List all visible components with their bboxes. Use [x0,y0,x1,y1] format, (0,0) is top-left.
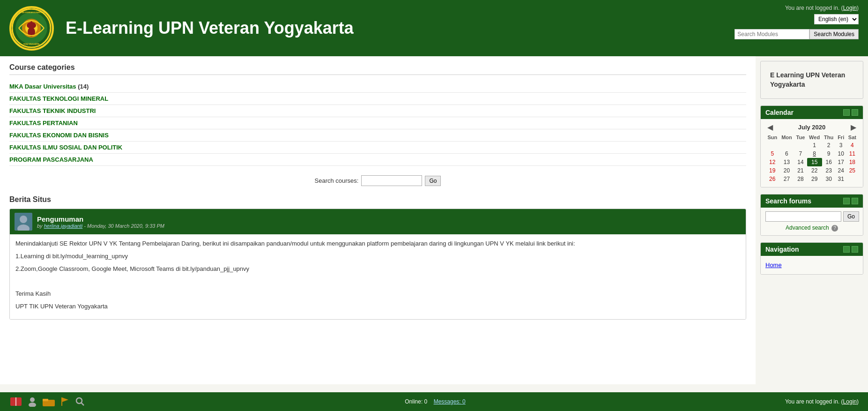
calendar-day[interactable]: 7 [794,149,807,158]
calendar-day[interactable]: 29 [807,175,822,183]
main-content: Course categories MKA Dasar Universitas … [0,56,756,384]
calendar-day[interactable]: 30 [822,175,836,183]
calendar-day[interactable]: 9 [822,149,836,158]
calendar-nav: ◀ July 2020 ▶ [765,123,858,132]
calendar-day[interactable]: 31 [836,175,846,183]
categories-list: MKA Dasar Universitas (14) FAKULTAS TEKN… [9,81,746,166]
calendar-close-btn[interactable] [852,109,858,116]
calendar-day[interactable]: 25 [846,166,858,175]
category-link-pp[interactable]: PROGRAM PASCASARJANA [9,156,93,163]
search-courses-button[interactable]: Go [425,176,441,186]
svg-text:UNIVERSITAS PEMBANGUNAN NASION: UNIVERSITAS PEMBANGUNAN NASIONAL [12,11,51,14]
calendar-day[interactable]: 24 [836,166,846,175]
footer-flag-icon [60,396,70,407]
cal-day-tue: Tue [794,134,807,141]
berita-situs-section: Berita Situs Pengumuman [9,195,746,320]
category-link-fp[interactable]: FAKULTAS PERTANIAN [9,120,78,127]
cal-day-sat: Sat [846,134,858,141]
svg-point-14 [30,397,35,402]
post-body-line-2: 1.Learning di bit.ly/modul_learning_upnv… [15,252,740,262]
calendar-day[interactable]: 16 [822,158,836,166]
search-forums-minimize-btn[interactable] [843,198,850,204]
post-body-line-3: 2.Zoom,Google Classroom, Google Meet, Mi… [15,264,740,274]
calendar-day[interactable]: 17 [836,158,846,166]
calendar-header: Calendar [761,106,863,119]
calendar-day[interactable]: 6 [779,149,794,158]
calendar-day[interactable]: 3 [836,141,846,149]
search-courses-input[interactable] [361,175,422,186]
nav-home-link[interactable]: Home [765,262,782,269]
search-forums-header: Search forums [761,194,863,208]
calendar-prev-btn[interactable]: ◀ [765,123,775,132]
calendar-day[interactable]: 18 [846,158,858,166]
list-item: FAKULTAS TEKNOLOGI MINERAL [9,93,746,105]
calendar-day[interactable]: 26 [765,175,779,183]
svg-text:YOGYAKARTA: YOGYAKARTA [23,43,40,45]
calendar-day[interactable]: 13 [779,158,794,166]
category-link-mka[interactable]: MKA Dasar Universitas [9,83,76,90]
calendar-day[interactable]: 8 [807,149,822,158]
search-forums-block: Search forums Go Advanced search ? [760,194,863,236]
calendar-next-btn[interactable]: ▶ [849,123,858,132]
calendar-controls [843,109,858,116]
calendar-day[interactable]: 23 [822,166,836,175]
cal-day-thu: Thu [822,134,836,141]
post-card: Pengumuman by herlina jayadianti - Monda… [9,209,746,320]
search-modules-button[interactable]: Search Modules [809,29,859,39]
calendar-day[interactable]: 15 [807,158,822,166]
navigation-close-btn[interactable] [852,246,858,253]
search-forums-close-btn[interactable] [852,198,858,204]
category-link-ftm[interactable]: FAKULTAS TEKNOLOGI MINERAL [9,95,108,102]
category-link-feb[interactable]: FAKULTAS EKONOMI DAN BISNIS [9,132,109,139]
calendar-day[interactable]: 21 [794,166,807,175]
language-select[interactable]: English (en) [814,14,859,24]
list-item: MKA Dasar Universitas (14) [9,81,746,93]
calendar-day[interactable]: 11 [846,149,858,158]
calendar-day[interactable]: 20 [779,166,794,175]
calendar-day[interactable]: 1 [807,141,822,149]
post-author-link[interactable]: herlina jayadianti [44,223,83,229]
advanced-search-text: Advanced search [786,224,829,231]
category-link-fisp[interactable]: FAKULTAS ILMU SOSIAL DAN POLITIK [9,144,122,151]
navigation-minimize-btn[interactable] [843,246,850,253]
advanced-search-link[interactable]: Advanced search ? [765,224,858,232]
logo-area: YOGYAKARTA UNIVERSITAS PEMBANGUNAN NASIO… [9,6,354,51]
header-right: You are not logged in. (Login) English (… [734,5,859,39]
berita-situs-heading: Berita Situs [9,195,746,204]
svg-line-21 [81,403,84,405]
avatar-image [15,213,32,231]
calendar-day[interactable]: 2 [822,141,836,149]
calendar-day[interactable]: 12 [765,158,779,166]
cal-day-fri: Fri [836,134,846,141]
calendar-day[interactable]: 28 [794,175,807,183]
login-link[interactable]: Login [843,5,857,11]
help-icon: ? [831,225,838,232]
calendar-day[interactable]: 5 [765,149,779,158]
search-forums-input[interactable] [765,211,841,222]
calendar-day[interactable]: 22 [807,166,822,175]
site-name-block: E Learning UPN Veteran Yogyakarta [760,61,863,99]
calendar-day[interactable]: 4 [846,141,858,149]
search-courses-area: Search courses: Go [9,175,746,186]
calendar-day[interactable]: 14 [794,158,807,166]
category-link-fti[interactable]: FAKULTAS TEKNIK INDUSTRI [9,107,96,114]
calendar-day[interactable]: 27 [779,175,794,183]
calendar-minimize-btn[interactable] [843,109,850,116]
calendar-month-year: July 2020 [798,124,826,131]
post-body-line-1: Menindaklanjuti SE Rektor UPN V YK Tenta… [15,239,740,249]
calendar-day[interactable]: 19 [765,166,779,175]
cal-day-mon: Mon [779,134,794,141]
search-forums-button[interactable]: Go [843,211,859,222]
messages-link[interactable]: Messages: 0 [434,398,466,405]
post-title: Pengumuman [37,215,164,223]
post-body-line-5: Terima Kasih [15,289,740,299]
calendar-day[interactable]: 10 [836,149,846,158]
footer: Online: 0 Messages: 0 You are not logged… [0,392,868,411]
course-categories-section: Course categories MKA Dasar Universitas … [9,63,746,166]
search-modules-input[interactable] [734,29,809,39]
post-meta: by herlina jayadianti - Monday, 30 March… [37,223,164,229]
calendar-table: Sun Mon Tue Wed Thu Fri Sat 123456789101… [765,134,858,183]
not-logged-in-text: You are not logged in. ( [785,5,843,11]
footer-login-link[interactable]: Login [843,398,857,405]
list-item: FAKULTAS EKONOMI DAN BISNIS [9,129,746,142]
